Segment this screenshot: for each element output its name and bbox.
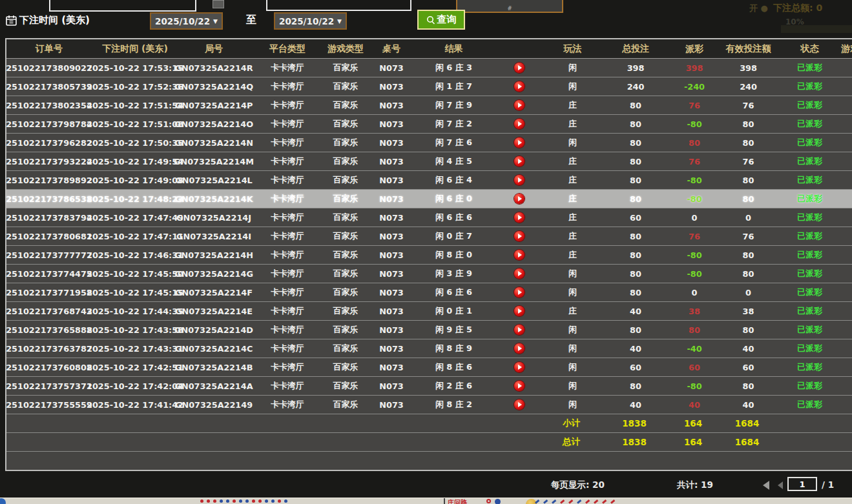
cell-total-bet: 240 bbox=[597, 77, 674, 96]
cell-result: 闲 6 庄 0 bbox=[417, 190, 490, 208]
header-11: 有效投注额 bbox=[714, 39, 782, 58]
date-from-select[interactable]: 2025/10/22 ▼ bbox=[150, 12, 223, 30]
cell-status: 已派彩 bbox=[782, 152, 837, 170]
cell-game-type: 百家乐 bbox=[326, 227, 366, 245]
cell-payout: -80 bbox=[674, 377, 714, 395]
cell-result: 闲 8 庄 0 bbox=[417, 246, 490, 264]
cell-result: 闲 6 庄 6 bbox=[417, 283, 490, 301]
replay-icon[interactable] bbox=[514, 81, 525, 92]
table-row[interactable]: 2510221737687432025-10-22 17:44:35GN0732… bbox=[6, 302, 852, 321]
table-row[interactable]: 2510221737962822025-10-22 17:50:35GN0732… bbox=[6, 134, 852, 152]
date-to-select[interactable]: 2025/10/22 ▼ bbox=[274, 12, 347, 30]
cell-game-type: 百家乐 bbox=[326, 59, 366, 77]
table-row[interactable]: 2510221738090272025-10-22 17:53:15GN0732… bbox=[6, 59, 852, 77]
cell-bet-time: 2025-10-22 17:52:36 bbox=[92, 77, 178, 96]
replay-icon[interactable] bbox=[514, 100, 525, 110]
cell-game bbox=[837, 283, 852, 301]
replay-icon[interactable] bbox=[514, 362, 525, 372]
replay-icon[interactable] bbox=[514, 231, 525, 241]
cell-table-no: N073 bbox=[366, 265, 417, 283]
cell-total-bet: 40 bbox=[597, 396, 674, 414]
cell-replay bbox=[490, 190, 548, 208]
replay-icon[interactable] bbox=[514, 137, 525, 148]
query-button[interactable]: 查询 bbox=[417, 10, 465, 30]
cell-payout: 60 bbox=[674, 358, 714, 376]
cell-bet-time: 2025-10-22 17:45:15 bbox=[92, 283, 178, 301]
pagination-bar: 每页显示: 20 共计: 19 / 1 bbox=[0, 471, 852, 498]
roadmap-dash bbox=[552, 499, 556, 503]
replay-icon[interactable] bbox=[514, 119, 525, 129]
cell-order: 251022173793224 bbox=[6, 152, 92, 170]
table-row[interactable]: 2510221738057392025-10-22 17:52:36GN0732… bbox=[6, 77, 852, 96]
roadmap-dot bbox=[220, 499, 223, 503]
grand-total-payout: 164 bbox=[673, 433, 713, 451]
replay-icon[interactable] bbox=[514, 175, 525, 185]
table-row[interactable]: 2510221737608082025-10-22 17:42:51GN0732… bbox=[6, 358, 852, 377]
record-count-label: 共计: 19 bbox=[677, 479, 713, 491]
cell-table-no: N073 bbox=[366, 321, 417, 339]
replay-icon[interactable] bbox=[514, 343, 525, 354]
grand-total-total-bet: 1838 bbox=[596, 433, 673, 451]
table-row[interactable]: 2510221737573712025-10-22 17:42:04GN0732… bbox=[6, 377, 852, 396]
table-row[interactable]: 2510221737658882025-10-22 17:43:58GN0732… bbox=[6, 321, 852, 339]
cell-play-type: 庄 bbox=[548, 115, 597, 133]
grand-total-label: 总计 bbox=[547, 433, 596, 451]
table-row[interactable]: 2510221737932242025-10-22 17:49:54GN0732… bbox=[6, 152, 852, 171]
replay-icon[interactable] bbox=[514, 381, 525, 391]
table-row[interactable]: 2510221737865382025-10-22 17:48:23GN0732… bbox=[6, 190, 852, 208]
cell-total-bet: 398 bbox=[597, 59, 674, 77]
cell-play-type: 庄 bbox=[548, 208, 597, 227]
replay-icon[interactable] bbox=[514, 325, 525, 335]
roadmap-dash bbox=[568, 499, 573, 503]
cell-payout: 80 bbox=[674, 134, 714, 152]
table-row[interactable]: 2510221738023542025-10-22 17:51:54GN0732… bbox=[6, 96, 852, 115]
replay-icon[interactable] bbox=[514, 63, 525, 73]
table-row[interactable]: 2510221737837942025-10-22 17:47:49GN0732… bbox=[6, 208, 852, 227]
table-row[interactable]: 2510221737744752025-10-22 17:45:50GN0732… bbox=[6, 265, 852, 283]
replay-icon[interactable] bbox=[514, 399, 525, 410]
replay-icon[interactable] bbox=[514, 306, 525, 316]
replay-icon[interactable] bbox=[514, 212, 525, 223]
replay-icon[interactable] bbox=[514, 287, 525, 297]
bet-time-label: 下注时间 (美东) bbox=[19, 14, 90, 26]
cell-result: 闲 8 庄 9 bbox=[417, 339, 490, 358]
cell-game bbox=[837, 152, 852, 170]
cell-valid-bet: 240 bbox=[714, 77, 782, 96]
cell-status: 已派彩 bbox=[782, 283, 837, 301]
first-page-icon[interactable] bbox=[763, 481, 769, 490]
table-row[interactable]: 2510221737987842025-10-22 17:51:08GN0732… bbox=[6, 115, 852, 134]
cell-game bbox=[837, 321, 852, 339]
replay-icon[interactable] bbox=[514, 268, 525, 279]
table-row[interactable]: 2510221737555592025-10-22 17:41:42GN0732… bbox=[6, 396, 852, 414]
cell-bet-time: 2025-10-22 17:53:15 bbox=[92, 59, 178, 77]
table-row[interactable]: 2510221737777772025-10-22 17:46:31GN0732… bbox=[6, 246, 852, 265]
prev-page-icon[interactable] bbox=[778, 481, 783, 489]
cell-round-id: GN07325A2214C bbox=[178, 339, 249, 358]
background-roadmap-strip: 庄问路 bbox=[0, 498, 852, 504]
table-row[interactable]: 2510221737637872025-10-22 17:43:31GN0732… bbox=[6, 339, 852, 358]
cell-platform: 卡卡湾厅 bbox=[249, 377, 326, 395]
cell-order: 251022173755559 bbox=[6, 396, 92, 414]
table-row[interactable]: 2510221737719582025-10-22 17:45:15GN0732… bbox=[6, 283, 852, 302]
cell-platform: 卡卡湾厅 bbox=[249, 283, 326, 301]
cell-game-type: 百家乐 bbox=[326, 283, 366, 301]
cell-round-id: GN07325A2214G bbox=[178, 265, 249, 283]
page-number-input[interactable] bbox=[787, 477, 817, 491]
cell-status: 已派彩 bbox=[782, 227, 837, 245]
replay-icon[interactable] bbox=[514, 156, 525, 166]
roadmap-dash bbox=[585, 499, 590, 503]
replay-icon[interactable] bbox=[514, 250, 525, 260]
subtotal-valid-bet: 1684 bbox=[713, 414, 781, 432]
cell-payout: 76 bbox=[674, 152, 714, 170]
replay-icon[interactable] bbox=[514, 194, 525, 204]
roadmap-dash bbox=[543, 499, 548, 503]
cell-replay bbox=[490, 321, 548, 339]
cell-valid-bet: 80 bbox=[714, 134, 782, 152]
cell-platform: 卡卡湾厅 bbox=[249, 171, 326, 189]
table-row[interactable]: 2510221737806812025-10-22 17:47:11GN0732… bbox=[6, 227, 852, 246]
table-row[interactable]: 2510221737898922025-10-22 17:49:08GN0732… bbox=[6, 171, 852, 190]
grand-total-empty bbox=[781, 433, 836, 451]
cell-total-bet: 80 bbox=[597, 190, 674, 208]
cell-platform: 卡卡湾厅 bbox=[249, 152, 326, 170]
cell-game-type: 百家乐 bbox=[326, 152, 366, 170]
